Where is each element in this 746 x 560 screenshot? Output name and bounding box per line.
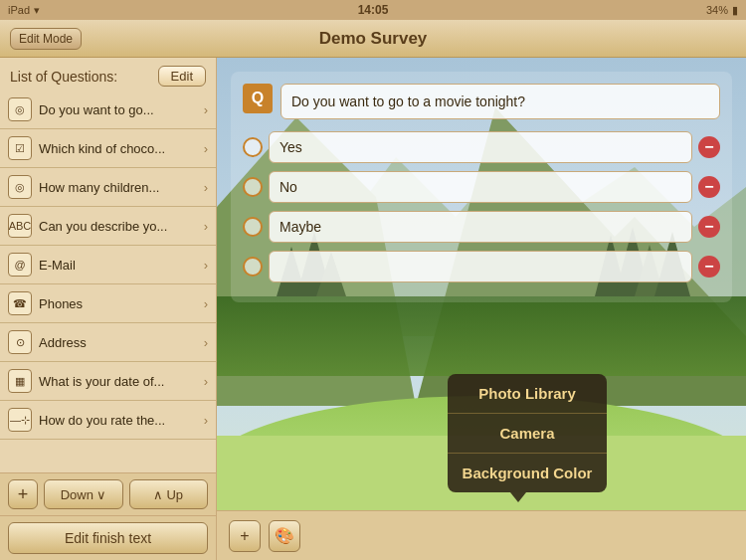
chevron-icon-6: › [204, 296, 208, 311]
chevron-icon-8: › [204, 374, 208, 389]
question-text-3: How many children... [39, 180, 200, 195]
question-list-item-5[interactable]: @ E-Mail › [0, 246, 216, 284]
answer-rows: − − − − [243, 131, 720, 282]
popup-item-camera[interactable]: Camera [448, 414, 607, 454]
list-header-text: List of Questions: [10, 69, 117, 85]
remove-answer-button-3[interactable]: − [698, 216, 720, 238]
up-button[interactable]: ∧ Up [129, 479, 209, 509]
left-panel: List of Questions: Edit ◎ Do you want to… [0, 58, 217, 560]
up-icon: ∧ [153, 487, 163, 502]
radio-button-3[interactable] [243, 217, 263, 237]
bottom-row1: + Down ∨ ∧ Up [0, 473, 216, 516]
answer-input-2[interactable] [269, 171, 692, 203]
question-header: Q Do you want to go to a movie tonight? [243, 84, 720, 119]
main-layout: List of Questions: Edit ◎ Do you want to… [0, 58, 746, 560]
finish-text-label: Edit finish text [65, 530, 151, 546]
answer-input-3[interactable] [269, 211, 692, 243]
question-list: ◎ Do you want to go... › ☑ Which kind of… [0, 91, 216, 472]
question-list-item-6[interactable]: ☎ Phones › [0, 284, 216, 323]
edit-finish-text-button[interactable]: Edit finish text [8, 522, 208, 554]
survey-card: Q Do you want to go to a movie tonight? … [231, 72, 732, 302]
answer-input-1[interactable] [269, 131, 692, 163]
chevron-icon-4: › [204, 219, 208, 234]
question-text-4: Can you describe yo... [39, 219, 200, 234]
question-list-item-9[interactable]: —⊹ How do you rate the... › [0, 401, 216, 440]
chevron-icon-9: › [204, 413, 208, 428]
question-icon-9: —⊹ [8, 408, 32, 432]
down-label: Down [61, 487, 93, 502]
down-button[interactable]: Down ∨ [44, 479, 123, 509]
question-text-2: Which kind of choco... [39, 141, 200, 156]
question-icon-3: ◎ [8, 175, 32, 199]
status-left: iPad ▾ [8, 4, 40, 17]
question-icon-2: ☑ [8, 136, 32, 160]
wifi-icon: ▾ [34, 4, 40, 17]
question-list-item-2[interactable]: ☑ Which kind of choco... › [0, 129, 216, 168]
question-text-1: Do you want to go... [39, 102, 200, 117]
chevron-icon-7: › [204, 335, 208, 350]
status-time: 14:05 [358, 3, 389, 17]
chevron-icon-1: › [204, 102, 208, 117]
chevron-icon-3: › [204, 180, 208, 195]
chevron-icon-2: › [204, 141, 208, 156]
radio-button-2[interactable] [243, 177, 263, 197]
battery-icon: ▮ [732, 4, 738, 17]
nav-title: Demo Survey [319, 29, 428, 49]
popup-arrow [510, 492, 526, 502]
question-icon-8: ▦ [8, 369, 32, 393]
answer-row-2: − [243, 171, 720, 203]
ipad-label: iPad [8, 4, 30, 16]
question-icon-7: ⊙ [8, 330, 32, 354]
question-text-8: What is your date of... [39, 374, 200, 389]
question-list-item-7[interactable]: ⊙ Address › [0, 323, 216, 362]
bottom-buttons: + Down ∨ ∧ Up Edit finish text [0, 472, 216, 560]
add-answer-icon: + [240, 527, 249, 545]
question-text-9: How do you rate the... [39, 413, 200, 428]
popup-item-photo-library[interactable]: Photo Library [448, 374, 607, 414]
answer-row-1: − [243, 131, 720, 163]
question-text-box: Do you want to go to a movie tonight? [280, 84, 720, 119]
down-icon: ∨ [96, 487, 106, 502]
question-text: Do you want to go to a movie tonight? [291, 93, 525, 109]
status-right: 34% ▮ [706, 4, 738, 17]
answer-row-4: − [243, 251, 720, 282]
popup-menu: Photo LibraryCameraBackground Color [448, 374, 607, 492]
palette-button[interactable]: 🎨 [269, 520, 300, 552]
chevron-icon-5: › [204, 258, 208, 273]
question-icon-4: ABC [8, 214, 32, 238]
right-bottom-bar: + 🎨 [217, 510, 746, 560]
remove-answer-button-1[interactable]: − [698, 136, 720, 158]
answer-row-3: − [243, 211, 720, 243]
question-list-item-1[interactable]: ◎ Do you want to go... › [0, 91, 216, 129]
svg-rect-4 [217, 296, 746, 376]
edit-list-button[interactable]: Edit [158, 66, 206, 87]
popup-item-background-color[interactable]: Background Color [448, 454, 607, 492]
add-icon: + [18, 484, 29, 505]
question-icon-1: ◎ [8, 97, 32, 121]
question-text-7: Address [39, 335, 200, 350]
answer-input-4[interactable] [269, 251, 692, 282]
radio-button-4[interactable] [243, 257, 263, 277]
question-icon-5: @ [8, 253, 32, 277]
question-text-6: Phones [39, 296, 200, 311]
up-label: Up [166, 487, 183, 502]
question-list-item-8[interactable]: ▦ What is your date of... › [0, 362, 216, 401]
add-question-button[interactable]: + [8, 479, 38, 509]
palette-icon: 🎨 [275, 526, 294, 545]
edit-mode-button[interactable]: Edit Mode [10, 28, 82, 50]
battery-label: 34% [706, 4, 728, 16]
question-text-5: E-Mail [39, 258, 200, 273]
question-badge: Q [243, 84, 273, 113]
radio-button-1[interactable] [243, 137, 263, 157]
remove-answer-button-4[interactable]: − [698, 256, 720, 278]
right-panel: Q Do you want to go to a movie tonight? … [217, 58, 746, 560]
remove-answer-button-2[interactable]: − [698, 176, 720, 198]
nav-bar: Edit Mode Demo Survey [0, 20, 746, 58]
question-list-item-3[interactable]: ◎ How many children... › [0, 168, 216, 207]
list-header: List of Questions: Edit [0, 58, 216, 91]
question-icon-6: ☎ [8, 291, 32, 315]
add-answer-button[interactable]: + [229, 520, 261, 552]
question-list-item-4[interactable]: ABC Can you describe yo... › [0, 207, 216, 246]
status-bar: iPad ▾ 14:05 34% ▮ [0, 0, 746, 20]
